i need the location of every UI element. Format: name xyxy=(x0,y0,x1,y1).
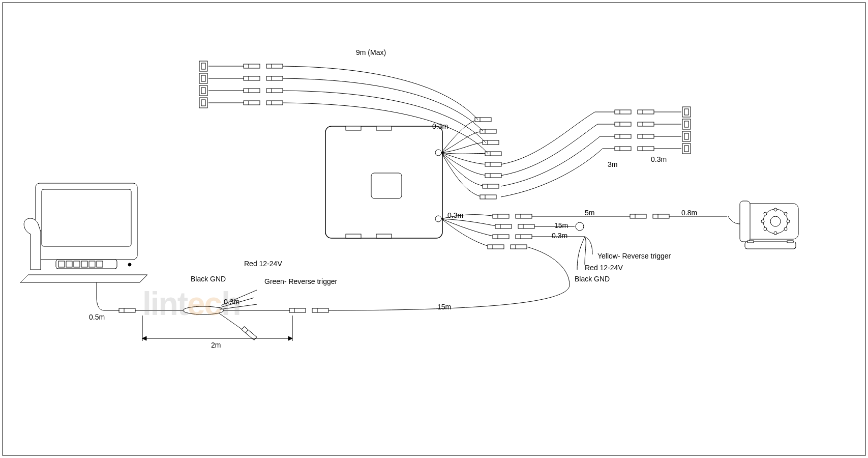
label-05m: 0.5m xyxy=(89,313,105,321)
svg-point-49 xyxy=(761,220,764,223)
svg-rect-34 xyxy=(42,189,131,246)
svg-rect-44 xyxy=(740,201,750,242)
top-left-cable-plugs xyxy=(199,61,283,108)
svg-point-12 xyxy=(435,216,441,222)
label-blk2: Black GND xyxy=(575,275,610,283)
label-03e: 0.3m xyxy=(224,298,240,306)
svg-rect-7 xyxy=(346,126,361,130)
label-08m: 0.8m xyxy=(681,209,697,217)
svg-point-51 xyxy=(764,227,767,231)
svg-rect-10 xyxy=(376,234,392,238)
label-03a: 0.3m xyxy=(432,122,448,130)
label-03c: 0.3m xyxy=(447,211,463,219)
svg-point-42 xyxy=(128,263,131,266)
top-right-cable-plugs xyxy=(615,107,691,154)
svg-point-46 xyxy=(770,216,781,226)
label-blk1: Black GND xyxy=(191,275,226,283)
camera xyxy=(728,201,798,249)
svg-rect-38 xyxy=(74,261,80,267)
svg-rect-36 xyxy=(58,261,65,267)
svg-point-11 xyxy=(435,150,441,156)
label-03b: 0.3m xyxy=(651,155,667,163)
label-red2: Red 12-24V xyxy=(585,264,623,272)
label-3m: 3m xyxy=(608,160,617,168)
svg-point-24 xyxy=(576,222,584,231)
monitor xyxy=(20,183,147,282)
label-red1: Red 12-24V xyxy=(244,260,282,268)
svg-rect-37 xyxy=(66,261,72,267)
label-green: Green- Reverse trigger xyxy=(264,277,337,285)
lower-fanout xyxy=(441,215,498,247)
svg-point-54 xyxy=(774,232,777,235)
svg-point-50 xyxy=(787,220,790,223)
svg-point-47 xyxy=(764,212,767,215)
svg-rect-56 xyxy=(747,241,754,243)
lower-fanout-plugs xyxy=(488,214,534,249)
label-5m: 5m xyxy=(585,209,594,217)
label-15m: 15m xyxy=(554,221,568,230)
label-2m: 2m xyxy=(211,341,221,349)
label-9m: 9m (Max) xyxy=(356,48,386,56)
upper-fanout-plugs xyxy=(475,118,501,199)
svg-rect-39 xyxy=(81,261,87,267)
svg-rect-40 xyxy=(89,261,95,267)
svg-point-52 xyxy=(784,227,787,231)
top-right-cables xyxy=(501,112,620,197)
control-box xyxy=(325,126,442,238)
svg-rect-6 xyxy=(371,173,402,198)
svg-point-53 xyxy=(774,208,777,211)
svg-rect-41 xyxy=(97,261,103,267)
svg-rect-9 xyxy=(346,234,361,238)
svg-point-48 xyxy=(784,212,787,215)
label-yellow: Yellow- Reverse trigger xyxy=(597,252,671,260)
svg-rect-8 xyxy=(376,126,392,130)
svg-rect-57 xyxy=(787,241,793,243)
label-15m2: 15m xyxy=(437,303,451,311)
label-03d: 0.3m xyxy=(552,232,567,240)
